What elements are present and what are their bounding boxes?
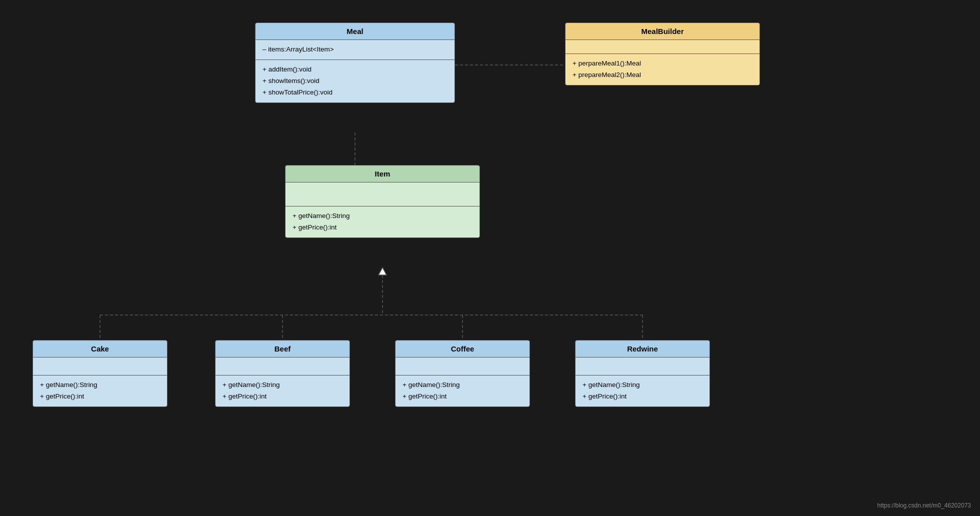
meal-class-attributes: – items:ArrayList<Item>: [256, 40, 454, 60]
redwine-class: Redwine + getName():String + getPrice():…: [575, 340, 710, 407]
meal-class: Meal – items:ArrayList<Item> + addItem()…: [255, 22, 455, 103]
beef-class-header: Beef: [216, 340, 350, 358]
coffee-class: Coffee + getName():String + getPrice():i…: [395, 340, 530, 407]
meal-class-header: Meal: [256, 23, 454, 40]
mealbuilder-class: MealBuilder + perpareMeal1():Meal + prep…: [565, 22, 760, 86]
cake-class: Cake + getName():String + getPrice():int: [32, 340, 168, 407]
watermark: https://blog.csdn.net/m0_46202073: [878, 502, 971, 509]
cake-class-header: Cake: [33, 340, 167, 358]
coffee-class-methods: + getName():String + getPrice():int: [396, 376, 530, 406]
coffee-class-header: Coffee: [396, 340, 530, 358]
mealbuilder-class-header: MealBuilder: [566, 23, 760, 40]
cake-class-attributes: [33, 358, 167, 376]
diagram-container: Meal – items:ArrayList<Item> + addItem()…: [0, 0, 980, 516]
item-class: Item + getName():String + getPrice():int: [285, 165, 480, 238]
redwine-class-header: Redwine: [576, 340, 710, 358]
item-class-attributes: [286, 182, 480, 206]
redwine-class-methods: + getName():String + getPrice():int: [576, 376, 710, 406]
connectors-svg: [0, 0, 980, 516]
item-class-header: Item: [286, 166, 480, 182]
redwine-class-attributes: [576, 358, 710, 376]
beef-class-methods: + getName():String + getPrice():int: [216, 376, 350, 406]
mealbuilder-class-attributes: [566, 40, 760, 54]
item-class-methods: + getName():String + getPrice():int: [286, 206, 480, 238]
svg-marker-3: [378, 268, 386, 275]
cake-class-methods: + getName():String + getPrice():int: [33, 376, 167, 406]
beef-class: Beef + getName():String + getPrice():int: [215, 340, 350, 407]
meal-class-methods: + addItem():void + showItems():void + sh…: [256, 60, 454, 102]
coffee-class-attributes: [396, 358, 530, 376]
beef-class-attributes: [216, 358, 350, 376]
mealbuilder-class-methods: + perpareMeal1():Meal + prepareMeal2():M…: [566, 54, 760, 85]
